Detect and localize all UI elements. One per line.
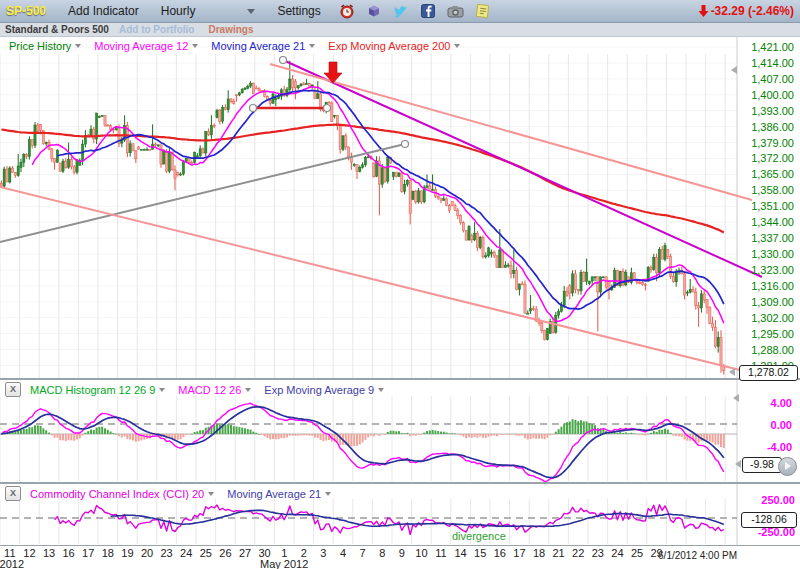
legend-label[interactable]: Moving Average 12 xyxy=(94,40,188,52)
chevron-down-icon[interactable] xyxy=(208,492,214,496)
date-label: 26 xyxy=(219,547,231,559)
quote-change-text: -32.29 (-2.46%) xyxy=(711,4,794,18)
legend-ma21[interactable]: Moving Average 21 xyxy=(211,40,315,52)
date-label: 17 xyxy=(513,547,525,559)
legend-cci[interactable]: Commodity Channel Index (CCI) 20 xyxy=(30,488,214,500)
price-legend: Price History Moving Average 12 Moving A… xyxy=(9,40,473,52)
chevron-down-icon[interactable] xyxy=(325,492,331,496)
chevron-down-icon[interactable] xyxy=(75,44,81,48)
svg-text:1,400.00: 1,400.00 xyxy=(751,89,794,101)
date-label: 17 xyxy=(82,547,94,559)
svg-text:1,302.00: 1,302.00 xyxy=(751,312,794,324)
alarm-clock-icon[interactable] xyxy=(339,3,355,19)
date-label: 7 xyxy=(360,547,366,559)
month-label: May 2012 xyxy=(260,558,308,569)
date-label: 25 xyxy=(200,547,212,559)
close-macd-button[interactable]: X xyxy=(5,382,21,397)
chevron-down-icon[interactable] xyxy=(309,44,315,48)
price-chart-panel[interactable]: 1,421.001,414.001,407.001,400.001,393.00… xyxy=(0,36,800,378)
pink-upper-channel xyxy=(270,64,752,200)
chevron-down-icon[interactable] xyxy=(159,388,165,392)
stock-chart-app: SP-500 Add Indicator Hourly Settings -32… xyxy=(0,0,800,569)
date-label: 25 xyxy=(631,547,643,559)
price-axis-labels: 1,421.001,414.001,407.001,400.001,393.00… xyxy=(751,41,794,372)
camera-icon[interactable] xyxy=(447,3,464,19)
date-label: 20 xyxy=(141,547,153,559)
svg-text:1,414.00: 1,414.00 xyxy=(751,57,794,69)
macd-badge-marker-icon xyxy=(735,460,741,468)
svg-text:1,295.00: 1,295.00 xyxy=(751,328,794,340)
svg-text:1,421.00: 1,421.00 xyxy=(751,41,794,53)
cube-icon[interactable] xyxy=(366,3,382,19)
legend-macd-signal[interactable]: Exp Moving Average 9 xyxy=(264,384,384,396)
date-label: 11 xyxy=(435,547,446,559)
toolbar: SP-500 Add Indicator Hourly Settings -32… xyxy=(0,0,800,23)
svg-text:1,323.00: 1,323.00 xyxy=(751,264,794,276)
legend-label[interactable]: MACD 12 26 xyxy=(178,384,241,396)
last-price-marker-icon xyxy=(729,368,735,376)
time-axis: 6/1/2012 4:00 PM 11121316171819202324252… xyxy=(0,546,800,569)
symbol-label[interactable]: SP-500 xyxy=(6,4,46,18)
date-label: 15 xyxy=(474,547,486,559)
legend-cci-ma[interactable]: Moving Average 21 xyxy=(227,488,331,500)
svg-text:1,386.00: 1,386.00 xyxy=(751,121,794,133)
twitter-icon[interactable] xyxy=(393,3,409,19)
date-label: 8 xyxy=(379,547,385,559)
date-label: 12 xyxy=(23,547,35,559)
legend-ema200[interactable]: Exp Moving Average 200 xyxy=(328,40,460,52)
macd-value-badge: -9.98 xyxy=(742,457,782,473)
interval-dropdown[interactable]: Hourly xyxy=(161,4,196,18)
date-label: 19 xyxy=(121,547,133,559)
drawings-menu[interactable]: Drawings xyxy=(208,24,253,35)
year-label: 2012 xyxy=(0,558,24,569)
add-indicator-button[interactable]: Add Indicator xyxy=(68,4,139,18)
divergence-annotation: divergence xyxy=(452,530,506,542)
date-label: 24 xyxy=(180,547,192,559)
chevron-down-icon[interactable] xyxy=(454,44,460,48)
macd-marker-icon xyxy=(733,394,739,402)
svg-text:1,358.00: 1,358.00 xyxy=(751,184,794,196)
settings-button[interactable]: Settings xyxy=(277,4,320,18)
svg-text:1,309.00: 1,309.00 xyxy=(751,296,794,308)
date-label: 29 xyxy=(650,547,662,559)
candles xyxy=(0,61,725,375)
chevron-down-icon[interactable] xyxy=(378,388,384,392)
legend-price-history[interactable]: Price History xyxy=(9,40,81,52)
date-label: 14 xyxy=(454,547,466,559)
date-label: 3 xyxy=(320,547,326,559)
svg-text:1,344.00: 1,344.00 xyxy=(751,216,794,228)
svg-text:1,365.00: 1,365.00 xyxy=(751,168,794,180)
legend-label[interactable]: MACD Histogram 12 26 9 xyxy=(30,384,155,396)
cci-line xyxy=(55,505,724,535)
date-label: 10 xyxy=(415,547,427,559)
legend-label[interactable]: Commodity Channel Index (CCI) 20 xyxy=(30,488,204,500)
legend-label[interactable]: Exp Moving Average 9 xyxy=(264,384,374,396)
last-price-badge: 1,278.02 xyxy=(739,365,798,381)
svg-text:1,372.00: 1,372.00 xyxy=(751,152,794,164)
svg-text:1,316.00: 1,316.00 xyxy=(751,280,794,292)
quote-change: -32.29 (-2.46%) xyxy=(698,4,794,18)
legend-macd-histogram[interactable]: MACD Histogram 12 26 9 xyxy=(30,384,165,396)
facebook-icon[interactable] xyxy=(420,3,436,19)
svg-text:1,379.00: 1,379.00 xyxy=(751,137,794,149)
legend-label[interactable]: Exp Moving Average 200 xyxy=(328,40,450,52)
svg-text:1,330.00: 1,330.00 xyxy=(751,248,794,260)
legend-label[interactable]: Moving Average 21 xyxy=(211,40,305,52)
legend-macd-line[interactable]: MACD 12 26 xyxy=(178,384,251,396)
date-label: 4 xyxy=(340,547,346,559)
svg-text:1,351.00: 1,351.00 xyxy=(751,200,794,212)
magenta-trendline xyxy=(283,60,762,277)
add-to-portfolio-button[interactable]: Add to Portfolio xyxy=(119,24,195,35)
legend-label[interactable]: Price History xyxy=(9,40,71,52)
scroll-right-button[interactable] xyxy=(778,457,797,476)
chevron-down-icon[interactable] xyxy=(192,44,198,48)
close-cci-button[interactable]: X xyxy=(5,486,21,501)
legend-ma12[interactable]: Moving Average 12 xyxy=(94,40,198,52)
svg-text:250.00: 250.00 xyxy=(761,494,795,506)
notepad-icon[interactable] xyxy=(475,3,490,19)
date-label: 16 xyxy=(62,547,74,559)
chevron-down-icon[interactable] xyxy=(245,388,251,392)
legend-label[interactable]: Moving Average 21 xyxy=(227,488,321,500)
chevron-down-icon[interactable] xyxy=(247,9,255,14)
date-label: 21 xyxy=(552,547,564,559)
